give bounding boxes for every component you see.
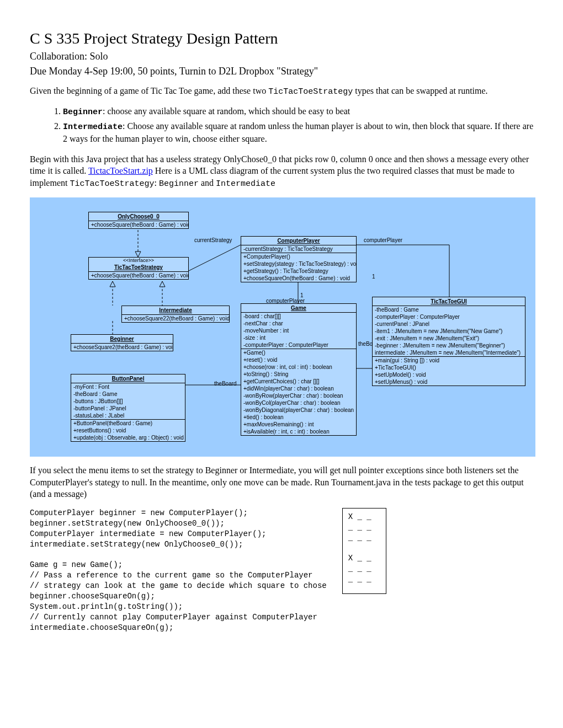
uml-method: +didWin(playerChar : char) : boolean <box>241 385 356 392</box>
uml-attr: -computerPlayer : ComputerPlayer <box>241 341 356 349</box>
uml-class-title: Intermediate <box>122 306 229 315</box>
uml-method: -wonByCol(playerChar : char) : boolean <box>241 399 356 406</box>
svg-line-7 <box>188 245 241 271</box>
uml-method: +setUpModel() : void <box>373 371 525 378</box>
uml-class-beginner: Beginner +chooseSquare2(theBoard : Game)… <box>71 334 173 351</box>
uml-attr: -computerPlayer : ComputerPlayer <box>373 313 525 320</box>
intro-paragraph: Given the beginning of a game of Tic Tac… <box>30 85 535 98</box>
uml-method: +setUpMenus() : void <box>373 378 525 386</box>
uml-attr: -buttonPanel : JPanel <box>71 405 185 412</box>
begin-mid: : <box>154 178 158 188</box>
uml-class-title: TicTacToeGUI <box>373 297 525 306</box>
uml-class-buttonpanel: ButtonPanel -myFont : Font -theBoard : G… <box>71 374 185 442</box>
uml-method: +chooseSquareOn(theBoard : Game) : void <box>241 275 356 282</box>
uml-method: +getStrategy() : TicTacToeStrategy <box>241 267 356 275</box>
uml-label: theBoard <box>214 381 237 387</box>
collab-line: Collaboration: Solo <box>30 51 535 62</box>
uml-label: currentStrategy <box>194 237 232 243</box>
uml-method: +choose(row : int, col : int) : boolean <box>241 363 356 371</box>
req-name: Beginner <box>63 108 103 117</box>
uml-attr: -buttons : JButton[][] <box>71 398 185 405</box>
code-output-block: ComputerPlayer beginner = new ComputerPl… <box>30 508 535 633</box>
requirement-item: Intermediate: Choose any available squar… <box>63 120 535 145</box>
intro-code: TicTacToeStrategy <box>268 87 353 97</box>
uml-mult: 1 <box>300 292 304 298</box>
uml-method: -wonByDiagonal(playerChar : char) : bool… <box>241 406 356 414</box>
uml-attr: -moveNumber : int <box>241 327 356 334</box>
page-title: C S 335 Project Strategy Design Pattern <box>30 30 535 47</box>
uml-class-gui: TicTacToeGUI -theBoard : Game -computerP… <box>372 297 525 386</box>
uml-method: +TicTacToeGUI() <box>373 364 525 371</box>
uml-method: +chooseSquare2(theBoard : Game) : void <box>71 344 173 351</box>
uml-attr: -nextChar : char <box>241 320 356 327</box>
uml-method: +maxMovesRemaining() : int <box>241 421 356 428</box>
uml-attr: -currentPanel : JPanel <box>373 320 525 328</box>
intro-text-b: types that can be swapped at runtime. <box>353 86 487 95</box>
intro-text-a: Given the beginning of a game of Tic Tac… <box>30 86 268 95</box>
uml-mult: 1 <box>372 274 375 280</box>
uml-attr: -myFont : Font <box>71 383 185 390</box>
uml-class-title: Beginner <box>71 335 173 344</box>
uml-method: +chooseSquare(theBoard : Game) : void <box>89 272 188 279</box>
uml-interface-strategy: <<Interface>> TicTacToeStrategy +chooseS… <box>88 257 189 280</box>
uml-class-title: Game <box>241 304 356 313</box>
requirement-item: Beginner: choose any available square at… <box>63 105 535 118</box>
uml-method: +update(obj : Observable, arg : Object) … <box>71 434 185 441</box>
svg-marker-5 <box>160 281 165 287</box>
uml-method: +Game() <box>241 349 356 356</box>
after-uml-paragraph: If you select the menu items to set the … <box>30 464 535 500</box>
uml-label: computerPlayer <box>364 237 402 243</box>
uml-class-title: OnlyChoose0_0 <box>89 212 188 221</box>
uml-class-title: ComputerPlayer <box>241 237 356 245</box>
uml-method: +setStrategy(stategy : TicTacToeStrategy… <box>241 260 356 267</box>
begin-code1: TicTacToeStrategy <box>70 179 154 189</box>
uml-attr: -board : char[][] <box>241 313 356 320</box>
uml-method: +tied() : boolean <box>241 414 356 421</box>
uml-attr: -beginner : JMenuItem = new JMenuItem("B… <box>373 342 525 349</box>
uml-attr: -theBoard : Game <box>71 390 185 398</box>
req-desc: : Choose any available square at random … <box>63 121 533 143</box>
svg-marker-1 <box>135 251 141 257</box>
uml-attr: -statusLabel : JLabel <box>71 412 185 419</box>
uml-class-onlychoose: OnlyChoose0_0 +chooseSquare(theBoard : G… <box>88 212 189 229</box>
uml-attr: -size : int <box>241 334 356 341</box>
uml-class-intermediate: Intermediate +chooseSquare22(theBoard : … <box>121 306 230 323</box>
uml-method: +isAvailable(r : int, c : int) : boolean <box>241 428 356 435</box>
uml-stereotype: <<Interface>> <box>89 258 188 263</box>
uml-attr: -theBoard : Game <box>373 306 525 313</box>
req-name: Intermediate <box>63 122 123 132</box>
uml-method: +main(gui : String []) : void <box>373 357 525 364</box>
output-box: X _ _ _ _ _ _ _ _ X _ _ _ _ _ _ _ _ <box>342 508 386 594</box>
uml-method: +toString() : String <box>241 371 356 378</box>
code-sample: ComputerPlayer beginner = new ComputerPl… <box>30 508 327 633</box>
begin-and: and <box>199 178 216 188</box>
req-desc: : choose any available square at random,… <box>103 106 350 116</box>
begin-code3: Intermediate <box>216 179 275 189</box>
requirements-list: Beginner: choose any available square at… <box>30 105 535 145</box>
uml-class-title: ButtonPanel <box>71 374 185 383</box>
uml-class-computerplayer: ComputerPlayer -currentStrategy : TicTac… <box>241 236 357 282</box>
uml-method: +ButtonPanel(theBoard : Game) <box>71 420 185 427</box>
uml-class-game: Game -board : char[][] -nextChar : char … <box>241 303 357 436</box>
due-line: Due Monday 4-Sep 19:00, 50 points, Turni… <box>30 66 535 77</box>
uml-method: +getCurrentChoices() : char [][] <box>241 378 356 385</box>
uml-method: -wonByRow(playerChar : char) : boolean <box>241 392 356 399</box>
uml-attr: intermediate : JMenuItem = new JMenuItem… <box>373 349 525 356</box>
uml-diagram: currentStrategy computerPlayer computerP… <box>30 197 535 457</box>
uml-method: +ComputerPlayer() <box>241 253 356 260</box>
zip-link[interactable]: TictacToeStart.zip <box>88 166 153 175</box>
begin-code2: Beginner <box>159 179 199 189</box>
uml-method: +resetButtons() : void <box>71 427 185 434</box>
uml-attr: -item1 : JMenuItem = new JMenuItem("New … <box>373 328 525 335</box>
uml-attr: -currentStrategy : TicTacToeStrategy <box>241 245 356 253</box>
uml-method: +chooseSquare22(theBoard : Game) : void <box>122 315 229 322</box>
uml-attr: -exit : JMenuItem = new JMenuItem("Exit"… <box>373 335 525 342</box>
svg-marker-3 <box>110 281 115 287</box>
uml-method: +chooseSquare(theBoard : Game) : void <box>89 221 188 228</box>
begin-paragraph: Begin with this Java project that has a … <box>30 153 535 190</box>
uml-method: +reset() : void <box>241 356 356 363</box>
uml-class-title: TicTacToeStrategy <box>89 263 188 272</box>
